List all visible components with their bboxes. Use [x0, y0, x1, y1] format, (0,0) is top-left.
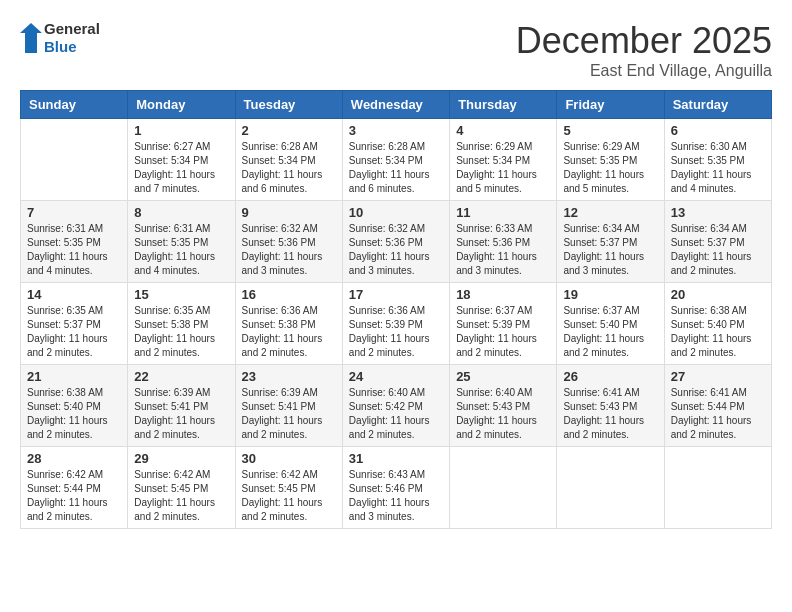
calendar-cell: 28Sunrise: 6:42 AM Sunset: 5:44 PM Dayli…: [21, 447, 128, 529]
day-number: 17: [349, 287, 443, 302]
calendar-header-thursday: Thursday: [450, 91, 557, 119]
calendar-cell: 31Sunrise: 6:43 AM Sunset: 5:46 PM Dayli…: [342, 447, 449, 529]
day-number: 15: [134, 287, 228, 302]
calendar-week-row: 14Sunrise: 6:35 AM Sunset: 5:37 PM Dayli…: [21, 283, 772, 365]
location-title: East End Village, Anguilla: [516, 62, 772, 80]
day-info: Sunrise: 6:33 AM Sunset: 5:36 PM Dayligh…: [456, 222, 550, 278]
day-number: 5: [563, 123, 657, 138]
day-number: 31: [349, 451, 443, 466]
calendar-header-wednesday: Wednesday: [342, 91, 449, 119]
day-info: Sunrise: 6:37 AM Sunset: 5:39 PM Dayligh…: [456, 304, 550, 360]
day-info: Sunrise: 6:30 AM Sunset: 5:35 PM Dayligh…: [671, 140, 765, 196]
day-info: Sunrise: 6:35 AM Sunset: 5:38 PM Dayligh…: [134, 304, 228, 360]
day-number: 24: [349, 369, 443, 384]
calendar-cell: 17Sunrise: 6:36 AM Sunset: 5:39 PM Dayli…: [342, 283, 449, 365]
day-info: Sunrise: 6:27 AM Sunset: 5:34 PM Dayligh…: [134, 140, 228, 196]
calendar-header-sunday: Sunday: [21, 91, 128, 119]
day-number: 28: [27, 451, 121, 466]
day-number: 23: [242, 369, 336, 384]
day-number: 19: [563, 287, 657, 302]
logo-general: General: [44, 20, 100, 38]
calendar-cell: 7Sunrise: 6:31 AM Sunset: 5:35 PM Daylig…: [21, 201, 128, 283]
day-number: 21: [27, 369, 121, 384]
calendar-cell: 16Sunrise: 6:36 AM Sunset: 5:38 PM Dayli…: [235, 283, 342, 365]
day-info: Sunrise: 6:38 AM Sunset: 5:40 PM Dayligh…: [27, 386, 121, 442]
day-info: Sunrise: 6:40 AM Sunset: 5:42 PM Dayligh…: [349, 386, 443, 442]
calendar-cell: 19Sunrise: 6:37 AM Sunset: 5:40 PM Dayli…: [557, 283, 664, 365]
day-number: 30: [242, 451, 336, 466]
day-info: Sunrise: 6:28 AM Sunset: 5:34 PM Dayligh…: [349, 140, 443, 196]
calendar-cell: 30Sunrise: 6:42 AM Sunset: 5:45 PM Dayli…: [235, 447, 342, 529]
logo-bird-icon: [20, 23, 42, 53]
day-info: Sunrise: 6:31 AM Sunset: 5:35 PM Dayligh…: [27, 222, 121, 278]
calendar-table: SundayMondayTuesdayWednesdayThursdayFrid…: [20, 90, 772, 529]
calendar-header-friday: Friday: [557, 91, 664, 119]
month-title: December 2025: [516, 20, 772, 62]
calendar-cell: 10Sunrise: 6:32 AM Sunset: 5:36 PM Dayli…: [342, 201, 449, 283]
calendar-week-row: 1Sunrise: 6:27 AM Sunset: 5:34 PM Daylig…: [21, 119, 772, 201]
svg-marker-0: [20, 23, 42, 53]
day-number: 4: [456, 123, 550, 138]
day-info: Sunrise: 6:42 AM Sunset: 5:44 PM Dayligh…: [27, 468, 121, 524]
day-number: 25: [456, 369, 550, 384]
calendar-cell: 22Sunrise: 6:39 AM Sunset: 5:41 PM Dayli…: [128, 365, 235, 447]
calendar-cell: 15Sunrise: 6:35 AM Sunset: 5:38 PM Dayli…: [128, 283, 235, 365]
calendar-cell: 26Sunrise: 6:41 AM Sunset: 5:43 PM Dayli…: [557, 365, 664, 447]
day-info: Sunrise: 6:32 AM Sunset: 5:36 PM Dayligh…: [349, 222, 443, 278]
day-number: 3: [349, 123, 443, 138]
calendar-cell: 1Sunrise: 6:27 AM Sunset: 5:34 PM Daylig…: [128, 119, 235, 201]
day-number: 14: [27, 287, 121, 302]
calendar-cell: 8Sunrise: 6:31 AM Sunset: 5:35 PM Daylig…: [128, 201, 235, 283]
day-number: 2: [242, 123, 336, 138]
calendar-week-row: 21Sunrise: 6:38 AM Sunset: 5:40 PM Dayli…: [21, 365, 772, 447]
day-number: 16: [242, 287, 336, 302]
day-info: Sunrise: 6:29 AM Sunset: 5:35 PM Dayligh…: [563, 140, 657, 196]
day-number: 8: [134, 205, 228, 220]
page-header: General Blue December 2025 East End Vill…: [20, 20, 772, 80]
day-number: 11: [456, 205, 550, 220]
day-info: Sunrise: 6:41 AM Sunset: 5:43 PM Dayligh…: [563, 386, 657, 442]
day-number: 1: [134, 123, 228, 138]
day-info: Sunrise: 6:36 AM Sunset: 5:38 PM Dayligh…: [242, 304, 336, 360]
day-number: 27: [671, 369, 765, 384]
day-number: 10: [349, 205, 443, 220]
calendar-header-monday: Monday: [128, 91, 235, 119]
calendar-cell: 20Sunrise: 6:38 AM Sunset: 5:40 PM Dayli…: [664, 283, 771, 365]
day-number: 18: [456, 287, 550, 302]
day-number: 12: [563, 205, 657, 220]
calendar-cell: 4Sunrise: 6:29 AM Sunset: 5:34 PM Daylig…: [450, 119, 557, 201]
day-info: Sunrise: 6:38 AM Sunset: 5:40 PM Dayligh…: [671, 304, 765, 360]
day-number: 26: [563, 369, 657, 384]
calendar-cell: [21, 119, 128, 201]
logo-container: General Blue: [20, 20, 100, 56]
day-info: Sunrise: 6:32 AM Sunset: 5:36 PM Dayligh…: [242, 222, 336, 278]
day-info: Sunrise: 6:29 AM Sunset: 5:34 PM Dayligh…: [456, 140, 550, 196]
calendar-week-row: 7Sunrise: 6:31 AM Sunset: 5:35 PM Daylig…: [21, 201, 772, 283]
logo-blue: Blue: [44, 38, 100, 56]
title-section: December 2025 East End Village, Anguilla: [516, 20, 772, 80]
day-number: 9: [242, 205, 336, 220]
day-number: 6: [671, 123, 765, 138]
day-number: 20: [671, 287, 765, 302]
day-info: Sunrise: 6:39 AM Sunset: 5:41 PM Dayligh…: [242, 386, 336, 442]
day-info: Sunrise: 6:41 AM Sunset: 5:44 PM Dayligh…: [671, 386, 765, 442]
calendar-week-row: 28Sunrise: 6:42 AM Sunset: 5:44 PM Dayli…: [21, 447, 772, 529]
day-info: Sunrise: 6:42 AM Sunset: 5:45 PM Dayligh…: [134, 468, 228, 524]
calendar-cell: 3Sunrise: 6:28 AM Sunset: 5:34 PM Daylig…: [342, 119, 449, 201]
day-number: 22: [134, 369, 228, 384]
day-info: Sunrise: 6:31 AM Sunset: 5:35 PM Dayligh…: [134, 222, 228, 278]
calendar-cell: 18Sunrise: 6:37 AM Sunset: 5:39 PM Dayli…: [450, 283, 557, 365]
logo-text: General Blue: [44, 20, 100, 56]
calendar-cell: [557, 447, 664, 529]
calendar-cell: 6Sunrise: 6:30 AM Sunset: 5:35 PM Daylig…: [664, 119, 771, 201]
logo: General Blue: [20, 20, 100, 56]
calendar-header-saturday: Saturday: [664, 91, 771, 119]
calendar-cell: 14Sunrise: 6:35 AM Sunset: 5:37 PM Dayli…: [21, 283, 128, 365]
day-info: Sunrise: 6:36 AM Sunset: 5:39 PM Dayligh…: [349, 304, 443, 360]
calendar-cell: 21Sunrise: 6:38 AM Sunset: 5:40 PM Dayli…: [21, 365, 128, 447]
calendar-cell: 23Sunrise: 6:39 AM Sunset: 5:41 PM Dayli…: [235, 365, 342, 447]
calendar-cell: 11Sunrise: 6:33 AM Sunset: 5:36 PM Dayli…: [450, 201, 557, 283]
calendar-cell: 12Sunrise: 6:34 AM Sunset: 5:37 PM Dayli…: [557, 201, 664, 283]
calendar-cell: 9Sunrise: 6:32 AM Sunset: 5:36 PM Daylig…: [235, 201, 342, 283]
day-info: Sunrise: 6:43 AM Sunset: 5:46 PM Dayligh…: [349, 468, 443, 524]
